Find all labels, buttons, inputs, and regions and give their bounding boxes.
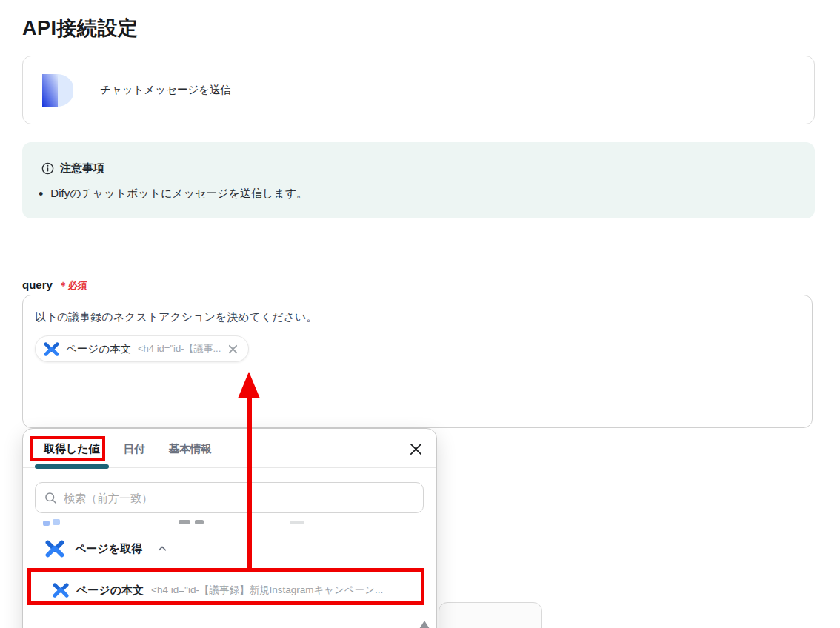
- popup-tabs: 取得した値 日付 基本情報: [44, 439, 212, 459]
- action-card-label: チャットメッセージを送信: [100, 83, 231, 97]
- search-input[interactable]: [64, 492, 414, 504]
- chip-close-icon[interactable]: [227, 344, 239, 355]
- field-label-row: query ＊必須: [22, 278, 87, 293]
- tab-retrieved-values[interactable]: 取得した値: [44, 439, 100, 459]
- query-value-editor[interactable]: 以下の議事録のネクストアクションを決めてください。 ページの本文 <h4 id=…: [22, 295, 813, 428]
- variable-list: ページを取得 ページの本文 <h4 id="id-【議事録】新規Instagra…: [23, 518, 436, 628]
- list-group-get-page[interactable]: ページを取得: [45, 532, 167, 565]
- field-name: query: [22, 278, 53, 291]
- scrollbar-up-arrow-icon[interactable]: [419, 621, 430, 628]
- api-connection-settings-page: API接続設定 チャットメッセージを送信 注意事項 • Difyのチャットボ: [0, 0, 840, 628]
- notice-item: • Difyのチャットボットにメッセージを送信します。: [39, 187, 796, 201]
- clipped-list-row: [23, 518, 436, 528]
- page-title: API接続設定: [22, 15, 139, 41]
- confluence-icon: [45, 539, 64, 558]
- popup-close-icon[interactable]: [407, 441, 424, 457]
- variable-picker-popup: 取得した値 日付 基本情報: [22, 428, 437, 628]
- tab-date[interactable]: 日付: [124, 439, 145, 459]
- bullet-glyph: •: [39, 187, 43, 201]
- chip-label: ページの本文: [66, 342, 131, 356]
- query-value-text[interactable]: 以下の議事録のネクストアクションを決めてください。: [35, 310, 800, 324]
- search-box[interactable]: [35, 482, 424, 513]
- list-item-label: ページの本文: [76, 584, 144, 598]
- notice-box: 注意事項 • Difyのチャットボットにメッセージを送信します。: [22, 142, 815, 218]
- chip-snippet: <h4 id="id-【議事...: [138, 342, 221, 355]
- notice-title: 注意事項: [60, 161, 104, 176]
- notice-item-text: Difyのチャットボットにメッセージを送信します。: [50, 187, 307, 201]
- group-label: ページを取得: [75, 542, 142, 556]
- partial-preview-panel: [439, 602, 542, 628]
- search-icon: [44, 492, 57, 504]
- chevron-up-icon[interactable]: [157, 544, 167, 554]
- active-tab-underline: [35, 464, 109, 469]
- required-badge: ＊必須: [59, 279, 87, 293]
- confluence-icon: [53, 582, 69, 598]
- confluence-icon: [44, 341, 59, 357]
- dify-logo-icon: [42, 74, 73, 107]
- list-item-page-body[interactable]: ページの本文 <h4 id="id-【議事録】新規Instagramキャンペーン…: [53, 574, 383, 607]
- info-icon: [41, 162, 54, 175]
- variable-chip-page-body[interactable]: ページの本文 <h4 id="id-【議事...: [35, 335, 249, 362]
- tab-basic-info[interactable]: 基本情報: [169, 439, 212, 459]
- action-card[interactable]: チャットメッセージを送信: [22, 56, 815, 124]
- list-item-snippet: <h4 id="id-【議事録】新規Instagramキャンペーン...: [151, 584, 383, 597]
